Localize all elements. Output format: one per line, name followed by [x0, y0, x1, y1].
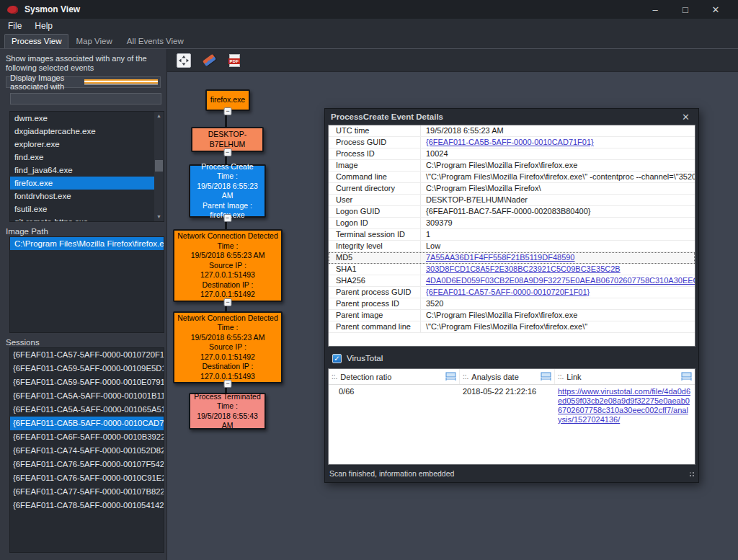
images-list: ▲ ▼ dwm.exedxgiadaptercache.exeexplorer.… — [9, 111, 164, 222]
maximize-button[interactable]: □ — [670, 4, 701, 15]
detail-row[interactable]: Terminal session ID1 — [329, 229, 695, 241]
scroll-up-icon[interactable]: ▲ — [156, 112, 161, 120]
status-text: Scan finished, information embedded — [329, 469, 454, 478]
detail-row[interactable]: Logon GUID{6FEAF011-BAC7-5AFF-0000-00208… — [329, 206, 695, 218]
detail-field-value[interactable]: {6FEAF011-CA5B-5AFF-0000-0010CAD71F01} — [421, 137, 695, 148]
detail-row[interactable]: Parent command line\"C:\Program Files\Mo… — [329, 321, 695, 333]
detail-field-value[interactable]: 4DA0D6ED059F03CB2E08A9D9F32275E0AEAB0670… — [421, 275, 695, 286]
column-resize-icon[interactable] — [681, 372, 692, 382]
detail-row[interactable]: Integrity levelLow — [329, 241, 695, 252]
image-list-item[interactable]: find.exe — [10, 151, 164, 164]
image-list-item[interactable]: find_java64.exe — [10, 164, 164, 177]
image-list-item[interactable]: fontdrvhost.exe — [10, 190, 164, 203]
detail-field-value: 1 — [421, 229, 695, 240]
virustotal-link[interactable]: https://www.virustotal.com/file/4da0d6ed… — [555, 387, 695, 425]
fit-view-button[interactable] — [177, 53, 191, 68]
session-list-item[interactable]: {6FEAF011-CA77-5AFF-0000-00107B822501} — [10, 485, 164, 499]
detail-field-label: Command line — [329, 172, 421, 182]
session-list-item[interactable]: {6FEAF011-CA5A-5AFF-0000-001001B11F01} — [10, 389, 164, 403]
detail-field-label: Integrity level — [329, 241, 421, 252]
vt-column-header-detection-ratio[interactable]: ::.Detection ratio — [329, 369, 460, 384]
scroll-down-icon[interactable]: ▼ — [156, 213, 161, 221]
session-list-item[interactable]: {6FEAF011-CA59-5AFF-0000-0010E0791F01} — [10, 375, 164, 389]
session-list-item[interactable]: {6FEAF011-CA59-5AFF-0000-00109E5D1F01} — [10, 362, 164, 375]
image-path-item[interactable]: C:\Program Files\Mozilla Firefox\firefox… — [10, 237, 164, 250]
detail-row[interactable]: Process GUID{6FEAF011-CA5B-5AFF-0000-001… — [329, 137, 695, 148]
process-terminated-node[interactable]: Process TerminatedTime :19/5/2018 6:55:4… — [189, 393, 266, 430]
image-list-item[interactable]: firefox.exe — [10, 177, 164, 190]
vt-column-header-analysis-date[interactable]: ::.Analysis date — [460, 369, 555, 384]
detail-field-label: Parent image — [329, 310, 421, 321]
detail-field-value[interactable]: 7A55AA36D1F4FF558F21B5119DF48590 — [421, 252, 695, 263]
detail-field-value[interactable]: {6FEAF011-CA57-5AFF-0000-0010720F1F01} — [421, 287, 695, 298]
session-list-item[interactable]: {6FEAF011-CA74-5AFF-0000-001052D82301} — [10, 444, 164, 458]
detail-field-value: 3520 — [421, 298, 695, 309]
detection-ratio-value: 0/66 — [329, 387, 460, 425]
detail-row[interactable]: Logon ID309379 — [329, 218, 695, 229]
image-list-item[interactable]: dwm.exe — [10, 112, 164, 125]
image-list-item[interactable]: git-remote-https.exe — [10, 215, 164, 222]
session-list-item[interactable]: {6FEAF011-CA76-5AFF-0000-0010C91E2501} — [10, 471, 164, 485]
detail-field-label: Parent command line — [329, 321, 421, 332]
resize-grip[interactable] — [688, 470, 694, 476]
detail-row[interactable]: Current directoryC:\Program Files\Mozill… — [329, 183, 695, 195]
minimize-button[interactable]: – — [640, 4, 670, 15]
collapse-toggle-icon[interactable]: − — [223, 148, 231, 156]
image-list-item[interactable]: dxgiadaptercache.exe — [10, 125, 164, 138]
detail-field-value: \"C:\Program Files\Mozilla Firefox\firef… — [421, 172, 695, 182]
collapse-toggle-icon[interactable]: − — [223, 214, 231, 222]
panel-statusbar: Scan finished, information embedded — [328, 467, 695, 479]
collapse-toggle-icon[interactable]: − — [224, 107, 232, 115]
detail-field-value[interactable]: 303D8FCD1C8A5F2E308BC23921C5C09BC3E35C2B — [421, 264, 695, 275]
images-list-scrollbar[interactable]: ▲ ▼ — [154, 112, 164, 221]
panel-close-icon[interactable]: ✕ — [679, 112, 693, 123]
detail-row[interactable]: Parent process GUID{6FEAF011-CA57-5AFF-0… — [329, 287, 695, 298]
process-create-node[interactable]: Process CreateTime :19/5/2018 6:55:23 AM… — [189, 164, 266, 218]
tab-all-events-view[interactable]: All Events View — [120, 34, 191, 48]
close-button[interactable]: ✕ — [701, 4, 731, 15]
vt-column-header-link[interactable]: ::.Link — [555, 369, 695, 384]
session-list-item[interactable]: {6FEAF011-CA76-5AFF-0000-00107F542501} — [10, 458, 164, 471]
menu-help[interactable]: Help — [28, 19, 59, 32]
tab-process-view[interactable]: Process View — [4, 34, 68, 48]
network-connection-node-1[interactable]: Network Connection DetectedTime :19/5/20… — [173, 229, 283, 302]
column-resize-icon[interactable] — [445, 372, 456, 382]
session-list-item[interactable]: {6FEAF011-CA57-5AFF-0000-0010720F1F01} — [10, 348, 164, 362]
eraser-button[interactable] — [202, 53, 216, 68]
export-pdf-button[interactable]: PDF — [227, 53, 241, 68]
image-list-item[interactable]: explorer.exe — [10, 138, 164, 151]
host-node[interactable]: DESKTOP-B7ELHUM− — [191, 127, 264, 152]
detail-row[interactable]: SHA1303D8FCD1C8A5F2E308BC23921C5C09BC3E3… — [329, 264, 695, 275]
detail-row[interactable]: Parent imageC:\Program Files\Mozilla Fir… — [329, 310, 695, 321]
column-resize-icon[interactable] — [541, 372, 551, 382]
detail-field-value: 10024 — [421, 148, 695, 159]
image-list-item[interactable]: fsutil.exe — [10, 203, 164, 215]
virustotal-checkbox[interactable]: ✓ — [332, 354, 342, 363]
window-title: Sysmon View — [25, 4, 80, 14]
detail-field-label: MD5 — [329, 252, 421, 263]
collapse-toggle-icon[interactable]: − — [224, 298, 232, 306]
detail-row[interactable]: Process ID10024 — [329, 148, 695, 160]
image-filter-input[interactable] — [10, 93, 161, 105]
display-images-button[interactable]: Display Images associated with — [6, 76, 161, 88]
session-list-item[interactable]: {6FEAF011-CA5A-5AFF-0000-001065A51F01} — [10, 403, 164, 417]
detail-row[interactable]: SHA2564DA0D6ED059F03CB2E08A9D9F32275E0AE… — [329, 275, 695, 287]
detail-row[interactable]: UTC time19/5/2018 6:55:23 AM — [329, 125, 695, 137]
detail-row[interactable]: Parent process ID3520 — [329, 298, 695, 310]
event-details-titlebar[interactable]: ProcessCreate Event Details ✕ — [328, 109, 695, 125]
image-node[interactable]: firefox.exe− — [205, 89, 250, 111]
detail-field-label: Parent process ID — [329, 298, 421, 309]
tab-map-view[interactable]: Map View — [68, 34, 119, 48]
session-list-item[interactable]: {6FEAF011-CA6F-5AFF-0000-0010B3922001} — [10, 430, 164, 444]
detail-row[interactable]: MD57A55AA36D1F4FF558F21B5119DF48590 — [329, 252, 695, 264]
session-list-item[interactable]: {6FEAF011-CA5B-5AFF-0000-0010CAD71F01} — [10, 417, 164, 430]
menu-file[interactable]: File — [1, 19, 28, 32]
detail-row[interactable]: Command line\"C:\Program Files\Mozilla F… — [329, 172, 695, 183]
detail-row[interactable]: ImageC:\Program Files\Mozilla Firefox\fi… — [329, 160, 695, 172]
session-list-item[interactable]: {6FEAF011-CA78-5AFF-0000-001054142601} — [10, 499, 164, 512]
detail-row[interactable]: UserDESKTOP-B7ELHUM\Nader — [329, 195, 695, 206]
network-connection-node-2[interactable]: Network Connection DetectedTime :19/5/20… — [173, 311, 283, 383]
scrollbar-thumb[interactable] — [155, 160, 163, 172]
detail-field-label: Logon GUID — [329, 206, 421, 217]
collapse-toggle-icon[interactable]: − — [224, 380, 232, 388]
